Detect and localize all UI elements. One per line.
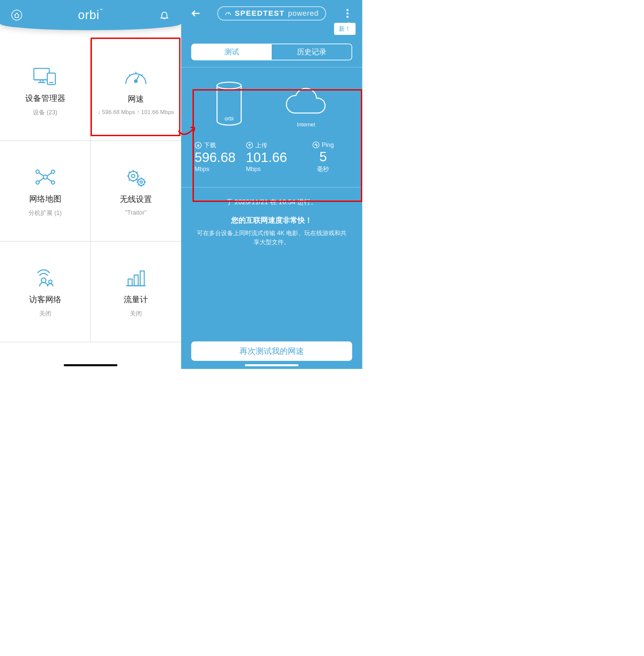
timestamp-text: 于 2020/11/21 在 16:54 进行。 — [181, 197, 362, 207]
svg-point-32 — [217, 82, 241, 89]
svg-point-0 — [12, 10, 22, 20]
svg-point-30 — [346, 13, 348, 15]
tab-history[interactable]: 历史记录 — [272, 44, 351, 60]
svg-rect-27 — [140, 271, 144, 286]
new-badge: 新！ — [334, 23, 355, 35]
download-icon — [194, 142, 202, 149]
tile-sub: 设备 (23) — [33, 108, 58, 116]
ping-icon — [312, 141, 320, 148]
svg-line-11 — [39, 173, 44, 176]
svg-point-23 — [49, 280, 52, 283]
tile-network-map[interactable]: 网络地图 分机扩展 (1) — [0, 141, 91, 241]
speedtest-badge: SPEEDTEST powered — [217, 6, 326, 21]
retest-button[interactable]: 再次测试我的网速 — [191, 342, 352, 361]
gauge-small-icon — [225, 10, 231, 17]
upload-icon — [246, 142, 253, 149]
metrics-row: 下载 596.68 Mbps 上传 101.66 Mbps Ping 5 — [191, 141, 352, 173]
svg-line-15 — [39, 178, 44, 182]
divider — [181, 67, 362, 67]
tile-sub: ↓ 596.68 Mbps ↑ 101.66 Mbps — [98, 109, 174, 116]
tile-traffic-meter[interactable]: 流量计 关闭 — [91, 241, 181, 342]
cloud-icon — [281, 86, 331, 120]
back-icon[interactable] — [189, 7, 203, 20]
tab-test[interactable]: 测试 — [192, 44, 272, 60]
tile-device-manager[interactable]: 设备管理器 设备 (23) — [0, 40, 91, 141]
ping-label: Ping — [322, 142, 334, 148]
tile-title: 无线设置 — [120, 194, 152, 205]
upload-unit: Mbps — [246, 166, 261, 173]
tile-title: 访客网络 — [29, 294, 61, 305]
svg-rect-25 — [128, 279, 132, 286]
svg-point-16 — [51, 181, 55, 184]
guest-icon — [32, 266, 59, 289]
svg-line-17 — [47, 178, 52, 182]
tabs: 测试 历史记录 — [191, 44, 352, 61]
brand-text: orbi — [78, 8, 99, 22]
result-area: orbi Internet 下载 596.68 Mbps — [181, 74, 362, 181]
orbi-device-label: orbi — [224, 116, 233, 121]
gauge-icon — [122, 65, 149, 89]
tile-wifi-settings[interactable]: 无线设置 "Traitor" — [91, 141, 181, 241]
left-header: orbi™ — [0, 0, 181, 30]
internet-cloud: Internet — [281, 86, 331, 128]
svg-line-5 — [136, 75, 139, 81]
tile-speed[interactable]: 网速 ↓ 596.68 Mbps ↑ 101.66 Mbps — [91, 40, 181, 141]
bell-icon[interactable] — [158, 8, 171, 22]
router-icon: orbi — [212, 81, 246, 128]
metric-upload: 上传 101.66 Mbps — [246, 141, 297, 173]
tile-guest-network[interactable]: 访客网络 关闭 — [0, 241, 91, 342]
svg-point-29 — [346, 9, 348, 11]
tile-title: 流量计 — [124, 294, 148, 305]
result-description: 可在多台设备上同时流式传输 4K 电影、玩在线游戏和共享大型文件。 — [181, 229, 362, 247]
dashboard-grid: 设备管理器 设备 (23) 网速 ↓ 596.68 Mbps ↑ 101.66 … — [0, 40, 181, 342]
internet-label: Internet — [297, 122, 315, 128]
ping-unit: 毫秒 — [317, 165, 329, 173]
svg-point-31 — [346, 16, 348, 18]
more-icon[interactable] — [341, 7, 354, 20]
download-value: 596.68 — [194, 150, 235, 165]
upload-value: 101.66 — [246, 150, 287, 165]
download-unit: Mbps — [194, 166, 209, 173]
home-indicator — [64, 364, 117, 366]
bars-icon — [122, 266, 149, 289]
speedtest-label: SPEEDTEST — [235, 9, 285, 18]
orbi-device: orbi — [212, 81, 246, 128]
tile-title: 设备管理器 — [25, 93, 65, 103]
svg-point-19 — [132, 174, 135, 178]
brand-logo: orbi™ — [78, 8, 103, 22]
tile-sub: 分机扩展 (1) — [28, 209, 62, 217]
tile-title: 网络地图 — [29, 193, 61, 204]
download-label: 下载 — [204, 141, 216, 149]
devices-icon — [32, 65, 59, 88]
annotation-arrow-icon — [178, 111, 198, 141]
right-header: SPEEDTEST powered 新！ — [181, 0, 362, 27]
speedtest-powered: powered — [288, 9, 319, 18]
network-icon — [32, 165, 59, 189]
tile-sub: 关闭 — [130, 309, 142, 318]
svg-point-14 — [36, 181, 39, 184]
result-headline: 您的互联网速度非常快！ — [181, 215, 362, 226]
metric-download: 下载 596.68 Mbps — [194, 141, 246, 173]
divider — [181, 187, 362, 187]
ping-value: 5 — [319, 149, 327, 164]
gears-icon — [122, 166, 149, 189]
dashboard-screen: orbi™ 设备管理器 设备 (23) — [0, 0, 181, 369]
tile-sub: "Traitor" — [125, 209, 146, 216]
svg-line-13 — [47, 173, 52, 176]
metric-ping: Ping 5 毫秒 — [298, 141, 349, 173]
home-indicator — [245, 364, 299, 366]
home-icon[interactable] — [10, 8, 23, 22]
svg-point-10 — [36, 170, 39, 173]
tile-title: 网速 — [128, 94, 144, 104]
svg-point-12 — [51, 170, 55, 173]
speedtest-screen: SPEEDTEST powered 新！ 测试 历史记录 orbi — [181, 0, 362, 369]
svg-point-21 — [140, 181, 142, 184]
tile-sub: 关闭 — [39, 309, 51, 318]
upload-label: 上传 — [255, 141, 267, 149]
svg-rect-26 — [134, 275, 138, 286]
